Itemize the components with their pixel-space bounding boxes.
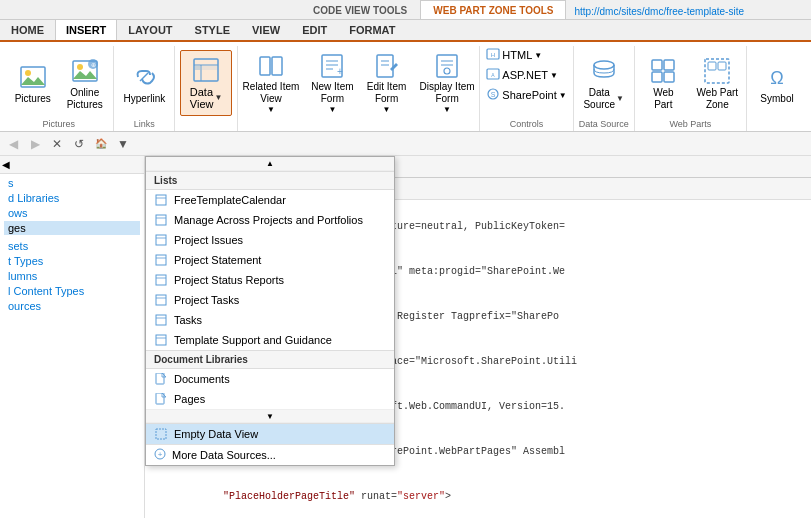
sidebar-item-content-types[interactable]: l Content Types — [4, 284, 140, 298]
symbol-icon: Ω — [761, 61, 793, 93]
svg-rect-40 — [718, 62, 726, 70]
sidebar-item-sets[interactable]: sets — [4, 239, 140, 253]
data-view-dropdown-arrow[interactable]: ▼ — [214, 93, 222, 102]
ribbon-group-forms: Related ItemView ▼ + New ItemForm ▼ — [238, 46, 480, 131]
data-source-button[interactable]: DataSource ▼ — [579, 50, 629, 116]
more-data-sources-button[interactable]: + More Data Sources... — [146, 444, 394, 465]
sidebar: ◀ s d Libraries ows ges sets t Types lum… — [0, 156, 145, 518]
svg-rect-48 — [156, 255, 166, 265]
nav-dropdown-button[interactable]: ▼ — [114, 135, 132, 153]
svg-rect-37 — [664, 72, 674, 82]
scroll-down-button[interactable]: ▼ — [146, 409, 394, 423]
hyperlink-icon — [128, 61, 160, 93]
tab-edit[interactable]: EDIT — [291, 19, 338, 40]
dropdown-item-project-issues[interactable]: Project Issues — [146, 230, 394, 250]
tab-style[interactable]: STYLE — [184, 19, 241, 40]
sidebar-collapse-button[interactable]: ◀ — [2, 159, 10, 170]
sidebar-item-ttypes[interactable]: t Types — [4, 254, 140, 268]
svg-rect-12 — [260, 57, 270, 75]
dropdown-item-tasks[interactable]: Tasks — [146, 310, 394, 330]
links-group-label: Links — [134, 119, 155, 131]
scroll-down-icon: ▼ — [266, 412, 274, 421]
dropdown-item-documents[interactable]: Documents — [146, 369, 394, 389]
edit-item-form-button[interactable]: Edit ItemForm ▼ — [362, 50, 412, 116]
edit-item-form-arrow: ▼ — [383, 105, 391, 114]
dropdown-item-project-status[interactable]: Project Status Reports — [146, 270, 394, 290]
sidebar-item-ows[interactable]: ows — [4, 206, 140, 220]
display-item-form-button[interactable]: Display ItemForm ▼ — [416, 50, 479, 116]
dropdown-item-project-statement[interactable]: Project Statement — [146, 250, 394, 270]
sharepoint-label: SharePoint — [502, 89, 556, 101]
sidebar-item-columns[interactable]: lumns — [4, 269, 140, 283]
sharepoint-button[interactable]: S SharePoint ▼ — [484, 86, 568, 104]
hyperlink-button[interactable]: Hyperlink — [119, 50, 169, 116]
code-view-tools-tab[interactable]: CODE VIEW TOOLS — [300, 0, 420, 19]
svg-rect-60 — [156, 393, 164, 404]
pictures-icon — [17, 61, 49, 93]
tab-layout[interactable]: LAYOUT — [117, 19, 183, 40]
scroll-up-button[interactable]: ▲ — [146, 157, 394, 171]
symbol-button[interactable]: Ω Symbol — [752, 50, 802, 116]
stop-button[interactable]: ✕ — [48, 135, 66, 153]
web-part-icon — [647, 55, 679, 87]
forward-button[interactable]: ▶ — [26, 135, 44, 153]
svg-point-26 — [444, 68, 450, 74]
refresh-button[interactable]: ↺ — [70, 135, 88, 153]
dropdown-item-label: Project Status Reports — [174, 274, 284, 286]
empty-data-view-label: Empty Data View — [174, 428, 258, 440]
ribbon-group-data-view: DataView ▼ x — [175, 46, 238, 131]
svg-rect-34 — [652, 60, 662, 70]
home-button[interactable]: 🏠 — [92, 135, 110, 153]
tab-format[interactable]: FORMAT — [338, 19, 406, 40]
new-item-form-button[interactable]: + New ItemForm ▼ — [307, 50, 357, 116]
svg-rect-39 — [708, 62, 716, 70]
svg-point-3 — [77, 64, 83, 70]
pictures-button[interactable]: Pictures — [8, 50, 58, 116]
svg-rect-20 — [377, 55, 393, 77]
dropdown-item-free-template-calendar[interactable]: FreeTemplateCalendar — [146, 190, 394, 210]
dropdown-item-label: Project Tasks — [174, 294, 239, 306]
tab-home[interactable]: HOME — [0, 19, 55, 40]
symbol-label: Symbol — [760, 93, 793, 105]
lists-header: Lists — [146, 171, 394, 190]
data-source-icon — [588, 55, 620, 87]
svg-text:+: + — [337, 66, 343, 77]
sidebar-item-libraries[interactable]: d Libraries — [4, 191, 140, 205]
dropdown-item-manage-across[interactable]: Manage Across Projects and Portfolios — [146, 210, 394, 230]
html-button[interactable]: H HTML ▼ — [484, 46, 544, 64]
html-icon: H — [486, 47, 500, 63]
list-icon-1 — [154, 193, 168, 207]
dropdown-item-label: FreeTemplateCalendar — [174, 194, 286, 206]
sidebar-item-1[interactable]: s — [4, 176, 140, 190]
dropdown-item-template-support[interactable]: Template Support and Guidance — [146, 330, 394, 350]
sidebar-item-empty — [4, 236, 140, 238]
svg-point-33 — [594, 61, 614, 69]
new-item-form-label: New ItemForm — [311, 81, 353, 105]
data-source-arrow[interactable]: ▼ — [616, 94, 624, 103]
online-pictures-button[interactable]: ⊕ OnlinePictures — [60, 50, 110, 116]
back-button[interactable]: ◀ — [4, 135, 22, 153]
data-view-label: DataView — [190, 86, 214, 110]
related-item-view-button[interactable]: Related ItemView ▼ — [239, 50, 304, 116]
tab-view[interactable]: VIEW — [241, 19, 291, 40]
sidebar-item-sources[interactable]: ources — [4, 299, 140, 313]
tab-insert[interactable]: INSERT — [55, 19, 117, 40]
related-item-view-label: Related ItemView — [243, 81, 300, 105]
dropdown-item-project-tasks[interactable]: Project Tasks — [146, 290, 394, 310]
web-part-zone-icon — [701, 55, 733, 87]
svg-point-1 — [25, 70, 31, 76]
list-icon-8 — [154, 333, 168, 347]
dropdown-item-pages[interactable]: Pages — [146, 389, 394, 409]
svg-text:H: H — [491, 52, 495, 58]
sidebar-item-pages[interactable]: ges — [4, 221, 140, 235]
data-view-button[interactable]: DataView ▼ — [180, 50, 232, 116]
web-part-zone-button[interactable]: Web PartZone — [692, 50, 742, 116]
online-pictures-icon: ⊕ — [69, 55, 101, 87]
list-icon-3 — [154, 233, 168, 247]
svg-rect-36 — [652, 72, 662, 82]
web-part-zone-tools-tab[interactable]: WEB PART ZONE TOOLS — [420, 0, 566, 19]
web-part-button[interactable]: WebPart — [638, 50, 688, 116]
aspnet-button[interactable]: A ASP.NET ▼ — [484, 66, 560, 84]
dropdown-item-empty-data-view[interactable]: Empty Data View — [146, 423, 394, 444]
sharepoint-icon: S — [486, 87, 500, 103]
